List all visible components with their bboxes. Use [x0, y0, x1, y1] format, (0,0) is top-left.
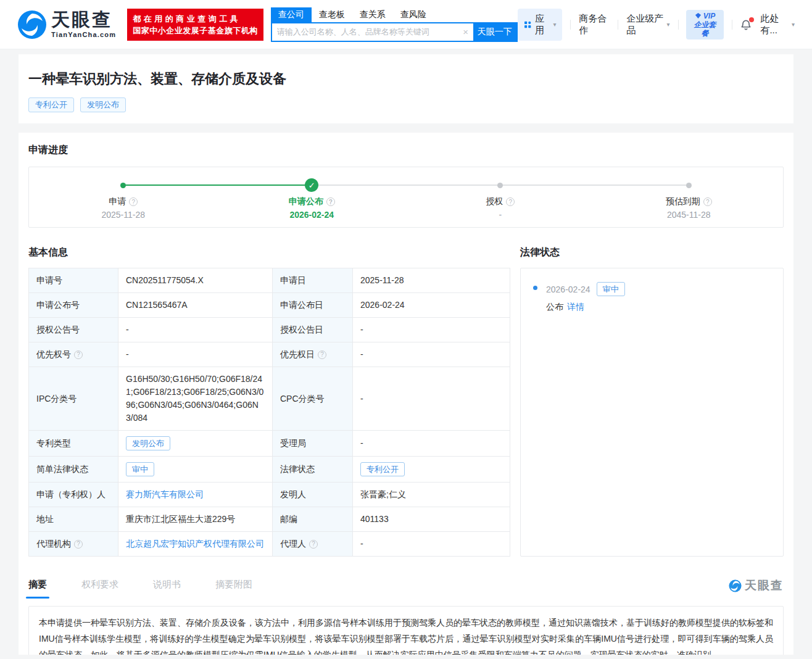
- info-label-text: 申请号: [36, 274, 62, 287]
- doc-tab-2[interactable]: 说明书: [153, 579, 181, 599]
- apps-menu-button[interactable]: 应用 ▾: [518, 9, 563, 41]
- info-link[interactable]: 赛力斯汽车有限公司: [126, 489, 204, 499]
- timeline-step: 申请?2025-11-28: [29, 167, 218, 227]
- info-label: 优先权日?: [280, 348, 345, 361]
- info-label-cell: 邮编: [273, 507, 353, 532]
- info-label-cell: 发明人: [273, 483, 353, 507]
- timeline-dot-wrap: [120, 178, 126, 192]
- info-label-text: 优先权号: [36, 348, 71, 361]
- info-label: 优先权号?: [36, 348, 110, 361]
- help-icon[interactable]: ?: [129, 197, 138, 206]
- info-label-text: CPC分类号: [280, 392, 325, 405]
- nav-enterprise-products[interactable]: 企业级产品 ▾: [626, 13, 669, 36]
- patent-title-card: 一种晕车识别方法、装置、存储介质及设备 专利公开发明公布: [19, 54, 793, 123]
- info-value-cell: G16H50/30;G16H50/70;G06F18/241;G06F18/21…: [118, 367, 273, 431]
- info-label: CPC分类号: [280, 392, 345, 405]
- info-link[interactable]: 北京超凡宏宇知识产权代理有限公司: [126, 539, 264, 549]
- legal-detail-link[interactable]: 详情: [567, 302, 584, 313]
- info-label-text: 代理人: [280, 537, 306, 550]
- doc-tab-1[interactable]: 权利要求: [81, 579, 118, 599]
- info-label-cell: 专利类型: [29, 431, 118, 457]
- info-label: 发明人: [280, 488, 345, 501]
- vip-label: VIP: [703, 12, 715, 20]
- info-label-cell: 优先权号?: [29, 342, 118, 367]
- logo-subtitle: TianYanCha.com: [51, 31, 116, 38]
- timeline-step: 预估到期?2045-11-28: [595, 167, 784, 227]
- info-label-cell: CPC分类号: [273, 367, 353, 431]
- table-row: 代理机构?北京超凡宏宇知识产权代理有限公司代理人?-: [29, 532, 510, 557]
- table-row: IPC分类号G16H50/30;G16H50/70;G06F18/241;G06…: [29, 367, 510, 431]
- status-badge: 审中: [126, 462, 154, 476]
- help-icon[interactable]: ?: [74, 540, 83, 549]
- section-title-legal-status: 法律状态: [520, 246, 784, 259]
- divider: [618, 20, 618, 30]
- step-label-text: 预估到期: [666, 196, 700, 207]
- clear-icon[interactable]: ×: [458, 23, 473, 41]
- info-value-cell: -: [353, 532, 510, 557]
- info-value: 重庆市江北区福生大道229号: [126, 514, 235, 524]
- patent-tag: 专利公开: [28, 97, 74, 112]
- info-value-cell: CN121565467A: [118, 293, 273, 318]
- info-label-cell: 地址: [29, 507, 118, 532]
- info-label: 授权公告日: [280, 323, 345, 336]
- info-label-cell: 代理人?: [273, 532, 353, 557]
- divider: [732, 20, 732, 30]
- nav-more[interactable]: 此处有... ▾: [760, 13, 795, 36]
- legal-status-column: 法律状态 2026-02-24审中公布详情: [520, 246, 784, 557]
- chevron-down-icon: ▾: [553, 21, 556, 28]
- timeline-step-date: 2026-02-24: [289, 210, 334, 220]
- help-icon[interactable]: ?: [506, 197, 515, 206]
- tianyancha-logo-icon: [17, 10, 47, 39]
- timeline-step-date: -: [499, 210, 502, 220]
- help-icon[interactable]: ?: [703, 197, 712, 206]
- vip-package-button[interactable]: VIP 企业套餐: [686, 10, 723, 39]
- legal-status-item: 2026-02-24审中公布详情: [533, 282, 771, 313]
- watermark: 天眼查: [729, 578, 784, 599]
- search-tab-boss[interactable]: 查老板: [312, 7, 352, 22]
- info-value-cell: 401133: [353, 507, 510, 532]
- basic-info-table: 申请号CN202511775054.X申请日2025-11-28申请公布号CN1…: [28, 268, 510, 557]
- info-value-cell: CN202511775054.X: [118, 268, 273, 293]
- info-label-cell: 申请日: [273, 268, 353, 293]
- timeline-dot-wrap: [497, 178, 503, 192]
- search-box: × 天眼一下: [271, 22, 518, 42]
- help-icon[interactable]: ?: [318, 350, 326, 359]
- search-button[interactable]: 天眼一下: [473, 23, 516, 41]
- apps-grid-icon: [524, 20, 531, 30]
- info-label: IPC分类号: [36, 392, 110, 405]
- info-label-cell: 受理局: [273, 431, 353, 457]
- tianyancha-logo[interactable]: 天眼查 TianYanCha.com: [17, 10, 116, 39]
- info-label-text: 申请（专利权）人: [36, 488, 106, 501]
- info-value-cell: -: [118, 318, 273, 342]
- abstract-panel: 本申请提供一种晕车识别方法、装置、存储介质及设备，该方法中，利用多源信号样本训练…: [28, 606, 784, 655]
- nav-business-cooperation[interactable]: 商务合作: [579, 13, 610, 36]
- search-tab-company[interactable]: 查公司: [271, 7, 312, 22]
- help-icon[interactable]: ?: [326, 197, 335, 206]
- enterprise-label: 企业级产品: [626, 13, 664, 36]
- search-tab-risk[interactable]: 查风险: [393, 7, 434, 22]
- top-header: 天眼查 TianYanCha.com 都在用的商业查询工具 国家中小企业发展子基…: [0, 0, 812, 49]
- help-icon[interactable]: ?: [309, 540, 318, 549]
- info-label-cell: 优先权日?: [273, 342, 353, 367]
- info-value-cell: 2025-11-28: [353, 268, 510, 293]
- doc-tab-0[interactable]: 摘要: [28, 579, 47, 599]
- info-value-cell: -: [353, 431, 510, 457]
- info-label-text: 法律状态: [280, 463, 315, 476]
- info-value-cell: -: [353, 342, 510, 367]
- info-value-cell: 审中: [118, 457, 273, 483]
- timeline-step-date: 2025-11-28: [101, 210, 145, 220]
- search-input[interactable]: [272, 23, 458, 41]
- info-label-cell: 授权公告号: [29, 318, 118, 342]
- doc-tab-3[interactable]: 摘要附图: [215, 579, 252, 599]
- timeline-steps: 申请?2025-11-28✓申请公布?2026-02-24授权?-预估到期?20…: [29, 167, 783, 227]
- notifications-button[interactable]: [740, 19, 752, 31]
- info-label: 申请公布日: [280, 299, 345, 312]
- info-label: 简单法律状态: [36, 463, 110, 476]
- help-icon[interactable]: ?: [74, 350, 83, 359]
- search-tab-relation[interactable]: 查关系: [352, 7, 393, 22]
- info-label: 代理人?: [280, 537, 345, 550]
- search-area: 查公司查老板查关系查风险 × 天眼一下: [271, 7, 518, 42]
- info-value-cell: 赛力斯汽车有限公司: [118, 483, 273, 507]
- info-label-text: 授权公告日: [280, 323, 323, 336]
- timeline-step: 授权?-: [406, 167, 595, 227]
